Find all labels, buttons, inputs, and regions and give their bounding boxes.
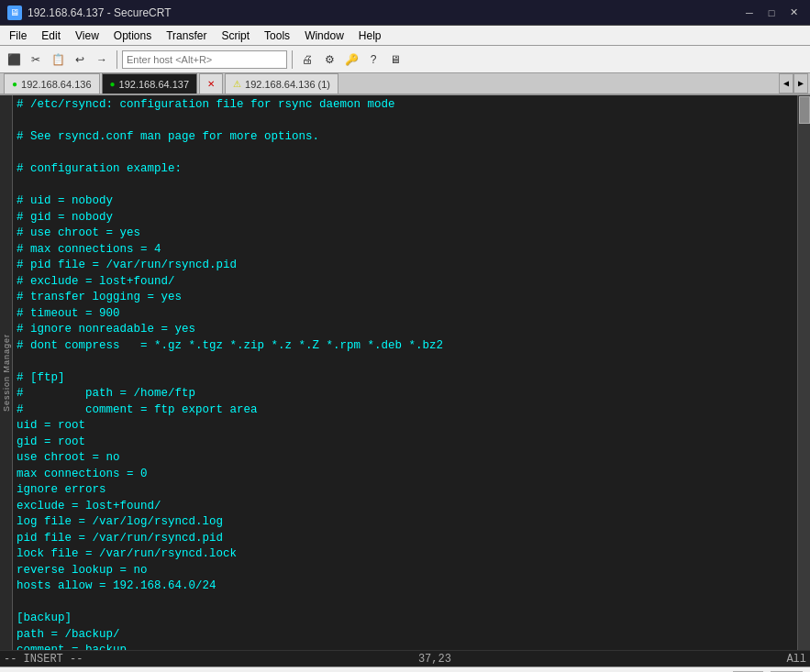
terminal-line-13: # timeout = 900 xyxy=(17,306,793,323)
menu-item-options[interactable]: Options xyxy=(106,28,159,44)
terminal-line-22: use chroot = no xyxy=(17,450,793,467)
session-sidebar[interactable]: Session Manager xyxy=(0,95,13,650)
toolbar-btn-screen[interactable]: 🖥 xyxy=(385,50,405,70)
menu-item-help[interactable]: Help xyxy=(351,28,389,44)
terminal-line-11: # exclude = lost+found/ xyxy=(17,274,793,291)
terminal-line-15: # dont compress = *.gz *.tgz *.zip *.z *… xyxy=(17,338,793,355)
tab-3-status-icon: ✕ xyxy=(207,79,215,89)
toolbar-btn-4[interactable]: ↩ xyxy=(70,50,90,70)
separator-1 xyxy=(117,50,117,69)
host-input[interactable] xyxy=(122,50,287,69)
tab-2-label: 192.168.64.137 xyxy=(119,79,189,90)
tab-1-label: 192.168.64.136 xyxy=(21,79,91,90)
toolbar-btn-2[interactable]: ✂ xyxy=(26,50,46,70)
toolbar: ⬛ ✂ 📋 ↩ → 🖨 ⚙ 🔑 ? 🖥 xyxy=(0,46,810,73)
terminal-line-25: exclude = lost+found/ xyxy=(17,499,793,515)
terminal-line-26: log file = /var/log/rsyncd.log xyxy=(17,514,793,531)
maximize-button[interactable]: □ xyxy=(762,6,781,20)
terminal-line-5 xyxy=(17,178,793,194)
terminal-line-21: gid = root xyxy=(17,435,793,451)
menu-item-tools[interactable]: Tools xyxy=(257,28,297,44)
tab-2[interactable]: ● 192.168.64.137 xyxy=(102,73,198,94)
insert-bar: -- INSERT -- 37,23 All xyxy=(0,650,810,666)
tab-1-status-icon: ● xyxy=(12,79,17,89)
terminal-line-4: # configuration example: xyxy=(17,161,793,178)
menu-item-script[interactable]: Script xyxy=(214,28,257,44)
terminal-line-6: # uid = nobody xyxy=(17,193,793,210)
terminal-line-28: lock file = /var/run/rsyncd.lock xyxy=(17,546,793,563)
menu-item-edit[interactable]: Edit xyxy=(34,28,68,44)
toolbar-btn-print[interactable]: 🖨 xyxy=(297,50,317,70)
toolbar-btn-key[interactable]: 🔑 xyxy=(341,50,361,70)
terminal-line-9: # max connections = 4 xyxy=(17,242,793,259)
terminal-line-31 xyxy=(17,595,793,611)
menu-item-transfer[interactable]: Transfer xyxy=(159,28,214,44)
terminal-line-27: pid file = /var/run/rsyncd.pid xyxy=(17,531,793,547)
separator-2 xyxy=(292,50,293,69)
terminal-line-33: path = /backup/ xyxy=(17,627,793,644)
insert-label: -- INSERT -- xyxy=(4,653,83,666)
menu-bar: FileEditViewOptionsTransferScriptToolsWi… xyxy=(0,26,810,46)
status-bar: Ready ssh2: AES-256-CTR 37, 23 45 Rows, … xyxy=(0,666,810,672)
terminal-line-18: # path = /home/ftp xyxy=(17,386,793,402)
tab-4[interactable]: ⚠ 192.168.64.136 (1) xyxy=(225,73,338,94)
terminal-line-3 xyxy=(17,146,793,162)
terminal-line-2: # See rsyncd.conf man page for more opti… xyxy=(17,129,793,146)
terminal-line-1 xyxy=(17,114,793,130)
minimize-button[interactable]: ─ xyxy=(740,6,759,20)
terminal-line-10: # pid file = /var/run/rsyncd.pid xyxy=(17,258,793,274)
menu-item-window[interactable]: Window xyxy=(297,28,351,44)
toolbar-btn-help[interactable]: ? xyxy=(363,50,383,70)
tab-scroll-right[interactable]: ▶ xyxy=(793,73,808,94)
scrollbar[interactable] xyxy=(797,95,810,650)
terminal-line-34: comment = backup xyxy=(17,643,793,650)
terminal-line-17: # [ftp] xyxy=(17,370,793,387)
terminal-line-16 xyxy=(17,354,793,370)
terminal-line-0: # /etc/rsyncd: configuration file for rs… xyxy=(17,97,793,114)
menu-item-view[interactable]: View xyxy=(68,28,106,44)
app-icon: 🖥 xyxy=(7,6,22,20)
window-title: 192.168.64.137 - SecureCRT xyxy=(28,6,740,19)
tab-2-status-icon: ● xyxy=(110,79,116,89)
terminal-line-20: uid = root xyxy=(17,418,793,435)
terminal[interactable]: # /etc/rsyncd: configuration file for rs… xyxy=(13,95,797,650)
tab-scroll-left[interactable]: ◀ xyxy=(779,73,793,94)
tab-4-status-icon: ⚠ xyxy=(233,79,241,89)
session-sidebar-label: Session Manager xyxy=(2,334,11,412)
terminal-line-8: # use chroot = yes xyxy=(17,226,793,242)
terminal-line-7: # gid = nobody xyxy=(17,210,793,226)
title-bar: 🖥 192.168.64.137 - SecureCRT ─ □ ✕ xyxy=(0,0,810,26)
main-area: Session Manager # /etc/rsyncd: configura… xyxy=(0,95,810,650)
terminal-line-29: reverse lookup = no xyxy=(17,563,793,579)
tab-1[interactable]: ● 192.168.64.136 xyxy=(4,73,100,94)
terminal-line-24: ignore errors xyxy=(17,482,793,499)
scroll-label: All xyxy=(786,653,806,666)
terminal-line-14: # ignore nonreadable = yes xyxy=(17,322,793,338)
toolbar-btn-3[interactable]: 📋 xyxy=(48,50,68,70)
position-label: 37,23 xyxy=(418,653,451,666)
tab-4-label: 192.168.64.136 (1) xyxy=(245,79,330,90)
menu-item-file[interactable]: File xyxy=(2,28,34,44)
tab-bar: ● 192.168.64.136 ● 192.168.64.137 ✕ ⚠ 19… xyxy=(0,73,810,95)
close-button[interactable]: ✕ xyxy=(784,6,803,20)
window-controls: ─ □ ✕ xyxy=(740,6,803,20)
toolbar-btn-settings[interactable]: ⚙ xyxy=(319,50,339,70)
terminal-line-30: hosts allow = 192.168.64.0/24 xyxy=(17,578,793,595)
terminal-line-12: # transfer logging = yes xyxy=(17,290,793,306)
tab-3[interactable]: ✕ xyxy=(199,73,223,94)
toolbar-btn-5[interactable]: → xyxy=(92,50,112,70)
terminal-line-32: [backup] xyxy=(17,611,793,627)
scrollbar-thumb[interactable] xyxy=(799,96,810,124)
terminal-line-23: max connections = 0 xyxy=(17,467,793,483)
terminal-line-19: # comment = ftp export area xyxy=(17,402,793,419)
toolbar-btn-1[interactable]: ⬛ xyxy=(4,50,24,70)
